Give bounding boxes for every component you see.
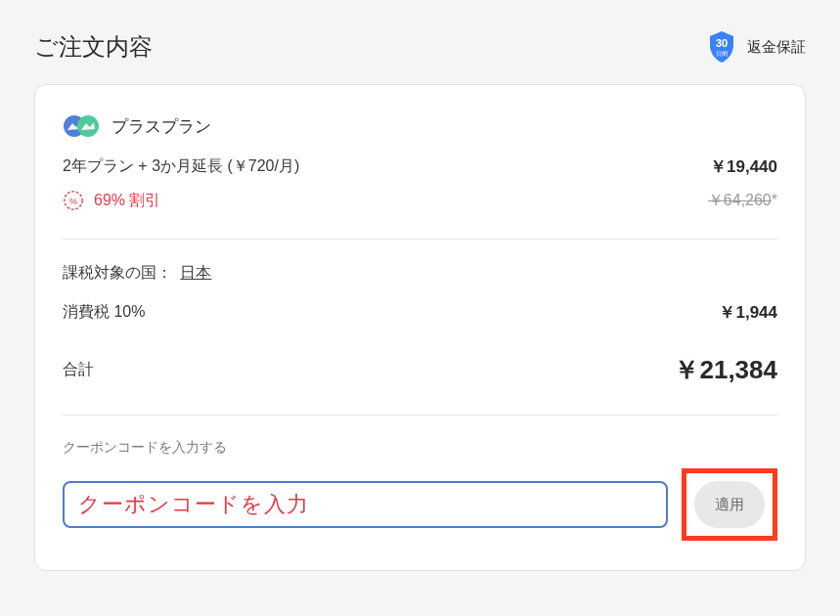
apply-button-highlight: 適用 xyxy=(682,468,777,541)
divider xyxy=(63,415,777,416)
tax-country-value[interactable]: 日本 xyxy=(180,264,211,281)
divider xyxy=(63,239,777,240)
plan-icon xyxy=(63,114,102,138)
plan-description: 2年プラン + 3か月延長 (￥720/月) xyxy=(63,156,299,177)
discount-label: 69% 割引 xyxy=(94,191,160,211)
total-amount: ￥21,384 xyxy=(674,353,777,387)
plan-name: プラスプラン xyxy=(111,115,211,138)
shield-icon: 30 日間 xyxy=(704,29,739,65)
svg-text:%: % xyxy=(69,197,77,206)
guarantee-label: 返金保証 xyxy=(747,38,806,57)
current-price: ￥19,440 xyxy=(710,155,777,178)
coupon-label: クーポンコードを入力する xyxy=(63,439,777,457)
apply-button[interactable]: 適用 xyxy=(694,481,765,528)
coupon-code-input[interactable] xyxy=(63,481,668,528)
svg-text:日間: 日間 xyxy=(716,51,728,57)
svg-text:30: 30 xyxy=(716,37,728,49)
page-title: ご注文内容 xyxy=(34,31,153,63)
order-summary-card: プラスプラン 2年プラン + 3か月延長 (￥720/月) ￥19,440 % … xyxy=(34,84,806,571)
tax-amount: ￥1,944 xyxy=(719,301,777,324)
original-price: ￥64,260* xyxy=(708,191,777,211)
tax-rate-label: 消費税 10% xyxy=(63,302,145,323)
discount-icon: % xyxy=(63,190,84,211)
total-label: 合計 xyxy=(63,360,94,380)
tax-country-label: 課税対象の国： xyxy=(63,264,172,281)
refund-guarantee-badge: 30 日間 返金保証 xyxy=(704,29,806,65)
